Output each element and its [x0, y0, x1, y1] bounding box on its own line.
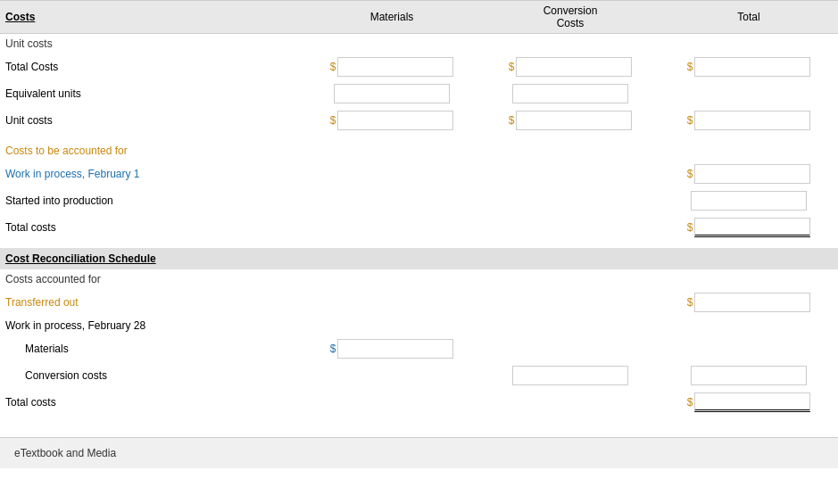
- costs-header: Costs: [0, 1, 303, 34]
- total-costs-accounted-total-cell: $: [660, 214, 838, 241]
- total-costs-reconciliation-label: Total costs: [0, 389, 303, 416]
- unit-costs-materials-cell: $: [303, 107, 481, 134]
- conversion-costs-wip-total-input[interactable]: [691, 366, 807, 385]
- started-production-total-input[interactable]: [691, 191, 807, 211]
- materials-wip-materials-cell: $: [303, 335, 481, 362]
- conversion-costs-wip-total-cell: [660, 362, 838, 389]
- wip-feb28-label: Work in process, February 28: [0, 316, 303, 335]
- dollar-sign-blue: $: [330, 343, 336, 355]
- cost-reconciliation-header: Cost Reconciliation Schedule: [0, 248, 838, 269]
- equiv-units-conversion-input[interactable]: [512, 84, 628, 103]
- dollar-sign: $: [330, 114, 336, 127]
- wip-feb28-row: Work in process, February 28: [0, 316, 838, 335]
- equiv-units-materials-input[interactable]: [334, 84, 450, 103]
- materials-wip-label: Materials: [0, 335, 303, 362]
- equiv-units-total-cell: [660, 80, 838, 107]
- dollar-sign: $: [687, 296, 693, 309]
- total-costs-reconciliation-row: Total costs $: [0, 389, 838, 416]
- unit-costs-total-cell: $: [660, 107, 838, 134]
- table-header: Costs Materials Conversion Costs Total: [0, 1, 838, 34]
- total-costs-reconciliation-total-cell: $: [660, 389, 838, 416]
- transferred-out-total-input[interactable]: [694, 293, 810, 312]
- transferred-out-total-cell: $: [660, 289, 838, 316]
- dollar-sign: $: [330, 61, 336, 73]
- costs-accounted-label: Costs accounted for: [0, 269, 838, 289]
- dollar-sign: $: [509, 114, 515, 127]
- total-header: Total: [660, 1, 838, 34]
- conversion-costs-header: Conversion Costs: [481, 1, 660, 34]
- wip-feb1-row: Work in process, February 1 $: [0, 161, 838, 187]
- total-costs-accounted-label: Total costs: [0, 214, 303, 241]
- spacer-row-3: [0, 416, 838, 430]
- spacer-row-1: [0, 134, 838, 141]
- footer-text: eTextbook and Media: [14, 447, 116, 459]
- unit-costs-conversion-input[interactable]: [516, 111, 632, 130]
- transferred-out-row: Transferred out $: [0, 289, 838, 316]
- started-production-label: Started into production: [0, 187, 303, 214]
- materials-header: Materials: [303, 1, 481, 34]
- spacer-row-2: [0, 241, 838, 248]
- cost-reconciliation-header-row: Cost Reconciliation Schedule: [0, 248, 838, 269]
- equiv-units-conversion-cell: [481, 80, 660, 107]
- total-costs-reconciliation-total-input[interactable]: [694, 392, 810, 412]
- unit-costs-materials-input[interactable]: [337, 111, 453, 130]
- total-costs-total-input[interactable]: [694, 57, 810, 77]
- costs-to-be-accounted-label: Costs to be accounted for: [0, 141, 838, 161]
- materials-wip-row: Materials $: [0, 335, 838, 362]
- equivalent-units-label: Equivalent units: [0, 80, 303, 107]
- wip-feb1-total-cell: $: [660, 161, 838, 187]
- total-costs-row: Total Costs $ $ $: [0, 54, 838, 80]
- total-costs-total-cell: $: [660, 54, 838, 80]
- dollar-sign: $: [687, 168, 693, 180]
- unit-costs-total-input[interactable]: [694, 111, 810, 130]
- conversion-costs-wip-conversion-cell: [481, 362, 660, 389]
- conversion-costs-wip-conversion-input[interactable]: [512, 366, 628, 385]
- started-production-total-cell: [660, 187, 838, 214]
- transferred-out-label: Transferred out: [0, 289, 303, 316]
- wip-feb1-total-input[interactable]: [694, 164, 810, 184]
- total-costs-conversion-cell: $: [481, 54, 660, 80]
- conversion-costs-wip-label: Conversion costs: [0, 362, 303, 389]
- unit-costs-row-label: Unit costs: [0, 107, 303, 134]
- dollar-sign: $: [687, 61, 693, 73]
- unit-costs-row: Unit costs $ $ $: [0, 107, 838, 134]
- unit-costs-section-row: Unit costs: [0, 34, 838, 54]
- equiv-units-materials-cell: [303, 80, 481, 107]
- footer-bar: eTextbook and Media: [0, 437, 838, 468]
- costs-accounted-row: Costs accounted for: [0, 269, 838, 289]
- total-costs-accounted-row: Total costs $: [0, 214, 838, 241]
- started-production-row: Started into production: [0, 187, 838, 214]
- wip-feb1-label: Work in process, February 1: [0, 161, 303, 187]
- conversion-costs-wip-row: Conversion costs: [0, 362, 838, 389]
- dollar-sign: $: [509, 61, 515, 73]
- unit-costs-label: Unit costs: [0, 34, 838, 54]
- unit-costs-conversion-cell: $: [481, 107, 660, 134]
- dollar-sign: $: [687, 114, 693, 127]
- total-costs-materials-input[interactable]: [337, 57, 453, 77]
- total-costs-materials-cell: $: [303, 54, 481, 80]
- dollar-sign: $: [687, 221, 693, 234]
- total-costs-accounted-total-input[interactable]: [694, 218, 810, 237]
- total-costs-label: Total Costs: [0, 54, 303, 80]
- costs-to-be-accounted-row: Costs to be accounted for: [0, 141, 838, 161]
- dollar-sign: $: [687, 396, 693, 409]
- total-costs-conversion-input[interactable]: [516, 57, 632, 77]
- equivalent-units-row: Equivalent units: [0, 80, 838, 107]
- materials-wip-materials-input[interactable]: [337, 339, 453, 359]
